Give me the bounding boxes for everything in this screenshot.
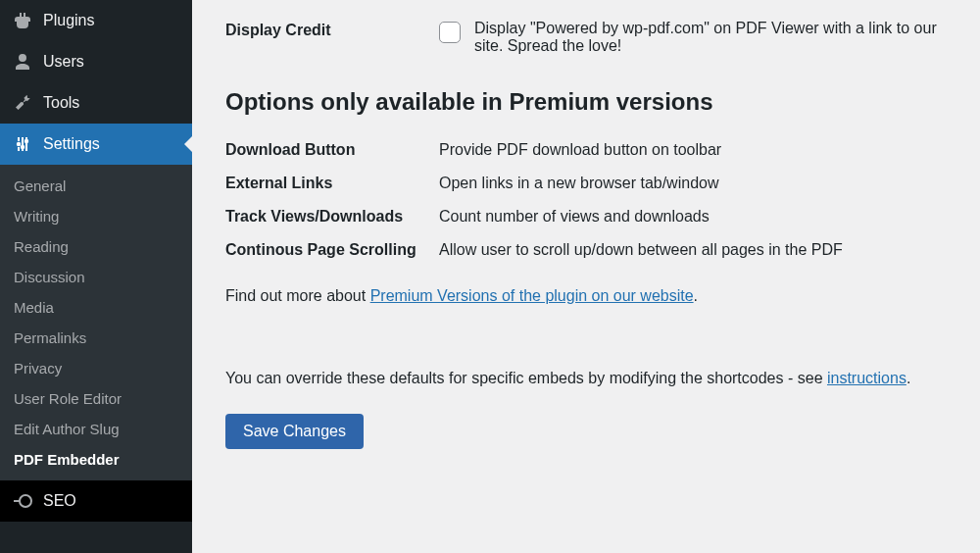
display-credit-desc: Display "Powered by wp-pdf.com" on PDF V… <box>474 20 947 55</box>
instructions-link[interactable]: instructions <box>827 370 906 386</box>
admin-sidebar: Plugins Users Tools Settings General Wri… <box>0 0 192 553</box>
display-credit-label: Display Credit <box>225 20 439 39</box>
sidebar-item-users[interactable]: Users <box>0 41 192 82</box>
settings-content: Display Credit Display "Powered by wp-pd… <box>192 0 980 553</box>
seo-icon <box>12 490 33 512</box>
feature-label: Continous Page Scrolling <box>225 241 439 259</box>
menu-label: Tools <box>43 94 79 112</box>
display-credit-row: Display Credit Display "Powered by wp-pd… <box>225 20 947 55</box>
sidebar-item-seo[interactable]: SEO <box>0 480 192 522</box>
settings-submenu: General Writing Reading Discussion Media… <box>0 165 192 480</box>
premium-heading: Options only available in Premium versio… <box>225 88 947 116</box>
tools-icon <box>12 92 33 114</box>
sidebar-item-tools[interactable]: Tools <box>0 82 192 124</box>
feature-label: External Links <box>225 175 439 192</box>
submenu-item-privacy[interactable]: Privacy <box>0 353 192 383</box>
submenu-item-writing[interactable]: Writing <box>0 201 192 231</box>
feature-desc: Provide PDF download button on toolbar <box>439 141 947 159</box>
display-credit-field: Display "Powered by wp-pdf.com" on PDF V… <box>439 20 947 55</box>
override-line: You can override these defaults for spec… <box>225 367 947 390</box>
feature-track-views: Track Views/Downloads Count number of vi… <box>225 208 947 226</box>
plugins-icon <box>12 10 33 31</box>
feature-continuous-scroll: Continous Page Scrolling Allow user to s… <box>225 241 947 259</box>
sidebar-item-settings[interactable]: Settings <box>0 124 192 165</box>
menu-label: Settings <box>43 135 100 153</box>
submenu-item-general[interactable]: General <box>0 171 192 201</box>
feature-download-button: Download Button Provide PDF download but… <box>225 141 947 159</box>
feature-label: Download Button <box>225 141 439 159</box>
menu-label: Plugins <box>43 12 94 29</box>
feature-external-links: External Links Open links in a new brows… <box>225 175 947 192</box>
submenu-item-discussion[interactable]: Discussion <box>0 262 192 292</box>
svg-point-2 <box>24 139 28 143</box>
feature-desc: Open links in a new browser tab/window <box>439 175 947 192</box>
feature-desc: Count number of views and downloads <box>439 208 947 226</box>
find-out-suffix: . <box>694 287 698 304</box>
submenu-item-reading[interactable]: Reading <box>0 231 192 262</box>
svg-point-1 <box>21 145 24 149</box>
submenu-item-media[interactable]: Media <box>0 292 192 323</box>
submenu-item-permalinks[interactable]: Permalinks <box>0 323 192 353</box>
submenu-item-pdf-embedder[interactable]: PDF Embedder <box>0 444 192 475</box>
feature-desc: Allow user to scroll up/down between all… <box>439 241 947 259</box>
find-out-more-line: Find out more about Premium Versions of … <box>225 284 947 308</box>
menu-label: SEO <box>43 492 76 510</box>
submenu-item-user-role-editor[interactable]: User Role Editor <box>0 383 192 414</box>
display-credit-checkbox[interactable] <box>439 22 461 43</box>
premium-link[interactable]: Premium Versions of the plugin on our we… <box>370 287 694 304</box>
feature-label: Track Views/Downloads <box>225 208 439 226</box>
find-out-prefix: Find out more about <box>225 287 370 304</box>
save-button[interactable]: Save Changes <box>225 414 364 449</box>
override-suffix: . <box>906 370 910 386</box>
users-icon <box>12 51 33 73</box>
submenu-item-edit-author-slug[interactable]: Edit Author Slug <box>0 414 192 444</box>
settings-icon <box>12 133 33 155</box>
override-prefix: You can override these defaults for spec… <box>225 370 827 386</box>
menu-label: Users <box>43 53 84 71</box>
svg-point-3 <box>20 495 31 507</box>
sidebar-item-plugins[interactable]: Plugins <box>0 0 192 41</box>
svg-point-0 <box>17 142 21 146</box>
